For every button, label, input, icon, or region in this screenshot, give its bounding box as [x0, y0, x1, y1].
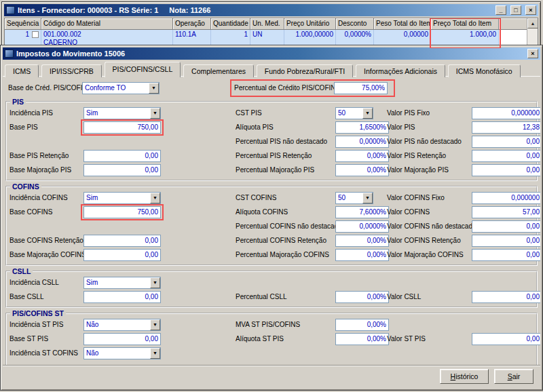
perc-pis-nd-input[interactable]: 0,0000%: [335, 136, 389, 148]
scroll-up-icon[interactable]: ▲: [527, 18, 538, 28]
valor-pis-maj-input[interactable]: 0,00: [472, 164, 540, 176]
dropdown-arrow-icon[interactable]: ▼: [149, 83, 159, 94]
base-pis-ret-label: Base PIS Retenção: [10, 152, 69, 159]
aliquota-cofins-input[interactable]: 7,6000%: [335, 206, 389, 218]
col-header-preco-total[interactable]: Preço Total do Item: [431, 18, 499, 30]
percentual-csll-input[interactable]: 0,00%: [335, 291, 389, 303]
col-header-quantidade[interactable]: Quantidade: [211, 18, 250, 30]
perc-cred-label: Percentual de Crédito PIS/COFINS: [234, 84, 340, 92]
valor-pis-fixo-input[interactable]: 0,000000: [472, 107, 540, 119]
dropdown-arrow-icon[interactable]: ▼: [150, 319, 160, 330]
incidencia-cofins-label: Incidência COFINS: [10, 194, 68, 201]
aliquota-pis-input[interactable]: 1,6500%: [335, 121, 389, 134]
valor-csll-label: Valor CSLL: [387, 293, 421, 300]
valor-cofins-ret-label: Valor COFINS Retenção: [387, 237, 461, 244]
dropdown-arrow-icon[interactable]: ▼: [362, 108, 373, 119]
incidencia-pis-value: Sim: [86, 108, 98, 119]
col-header-preco-unitario[interactable]: Preço Unitário: [284, 18, 336, 30]
valor-cofins-ret-input[interactable]: 0,00: [472, 235, 540, 247]
tab-fundo-pobreza-rural-fti[interactable]: Fundo Pobreza/Rural/FTI: [257, 64, 353, 77]
tab-pis-cofins-csll[interactable]: PIS/COFINS/CSLL: [105, 62, 181, 77]
base-st-pis-input[interactable]: 0,00: [83, 333, 161, 345]
base-cred-label: Base de Créd. PIS/COFINS: [8, 84, 92, 92]
tab-ipi-iss-cprb[interactable]: IPI/ISS/CPRB: [41, 64, 102, 77]
aliquota-st-pis-input[interactable]: 0,00%: [335, 333, 389, 345]
col-header-operacao[interactable]: Operação: [173, 18, 211, 30]
tab-icms[interactable]: ICMS: [5, 64, 39, 77]
dropdown-arrow-icon[interactable]: ▼: [150, 108, 160, 119]
perc-cofins-maj-input[interactable]: 0,00%: [335, 249, 389, 261]
incidencia-cofins-select[interactable]: Sim▼: [83, 192, 161, 204]
perc-cofins-maj-label: Percentual Majoração COFINS: [236, 251, 329, 258]
close-button[interactable]: ×: [525, 5, 536, 15]
perc-cofins-nd-input[interactable]: 0,0000%: [335, 220, 389, 233]
valor-cofins-maj-label: Valor Majoração COFINS: [387, 251, 464, 258]
col-header-desconto[interactable]: Desconto: [336, 18, 374, 30]
perc-pis-maj-label: Percentual Majoração PIS: [236, 166, 314, 174]
csll-group: CSLL Incidência CSLL Sim▼ Base CSLL 0,00…: [5, 267, 538, 308]
valor-pis-nd-input[interactable]: 0,00: [472, 136, 540, 148]
close-button[interactable]: ×: [527, 49, 538, 58]
dropdown-arrow-icon[interactable]: ▼: [150, 277, 160, 288]
perc-cred-input[interactable]: 75,00%: [334, 82, 388, 94]
col-header-sequencia[interactable]: Sequência: [5, 18, 41, 30]
col-header-peso-total[interactable]: Peso Total do Item: [374, 18, 431, 30]
perc-cofins-nd-label: Percentual COFINS não destacado: [236, 222, 342, 230]
valor-cofins-fixo-input[interactable]: 0,000000: [472, 192, 540, 204]
incidencia-csll-value: Sim: [86, 277, 98, 288]
valor-st-pis-input[interactable]: 0,00: [472, 333, 540, 345]
cst-cofins-select[interactable]: 50▼: [335, 192, 373, 204]
mva-st-input[interactable]: 0,00%: [335, 319, 389, 331]
incidencia-pis-select[interactable]: Sim▼: [83, 107, 161, 119]
row-checkbox[interactable]: [32, 31, 39, 38]
perc-pis-maj-input[interactable]: 0,00%: [335, 164, 389, 176]
base-st-pis-label: Base ST PIS: [10, 335, 48, 342]
grid-vertical-scrollbar[interactable]: ▲: [527, 18, 538, 48]
tax-window-title: Impostos do Movimento 15006: [16, 50, 523, 58]
historico-button[interactable]: Histórico: [440, 369, 489, 384]
incidencia-st-pis-select[interactable]: Não▼: [83, 319, 161, 331]
pis-group: PIS Incidência PIS Sim▼ CST PIS 50▼ Valo…: [5, 98, 538, 181]
base-pis-ret-input[interactable]: 0,00: [83, 150, 161, 162]
base-cofins-label: Base COFINS: [10, 208, 52, 216]
tab-complementares[interactable]: Complementares: [183, 64, 254, 77]
incidencia-st-cofins-select[interactable]: Não▼: [83, 347, 161, 359]
items-window-titlebar: Itens - Fornecedor: 000003 - RS Série: 1…: [4, 4, 538, 16]
tab-informacoes-adicionais[interactable]: Informações Adicionais: [356, 64, 445, 77]
items-window: Itens - Fornecedor: 000003 - RS Série: 1…: [1, 1, 541, 50]
incidencia-st-pis-value: Não: [86, 319, 98, 330]
perc-pis-ret-input[interactable]: 0,00%: [335, 150, 389, 162]
minimize-button[interactable]: _: [495, 5, 506, 15]
incidencia-st-pis-label: Incidência ST PIS: [10, 321, 63, 328]
base-cred-select[interactable]: Conforme TO▼: [82, 82, 160, 94]
maximize-button[interactable]: □: [510, 5, 521, 15]
valor-pis-ret-input[interactable]: 0,00: [472, 150, 540, 162]
dropdown-arrow-icon[interactable]: ▼: [150, 193, 160, 203]
tab-icms-monofasico[interactable]: ICMS Monofásico: [448, 64, 521, 77]
valor-cofins-nd-input[interactable]: 0,00: [472, 220, 540, 233]
valor-csll-input[interactable]: 0,00: [472, 291, 540, 303]
mva-st-label: MVA ST PIS/COFINS: [236, 321, 300, 328]
tax-tabstrip: ICMS IPI/ISS/CPRB PIS/COFINS/CSLL Comple…: [3, 60, 540, 76]
base-csll-input[interactable]: 0,00: [83, 291, 161, 303]
base-cofins-ret-input[interactable]: 0,00: [83, 235, 161, 247]
valor-cofins-input[interactable]: 57,00: [472, 206, 540, 218]
base-pis-maj-input[interactable]: 0,00: [83, 164, 161, 176]
dropdown-arrow-icon[interactable]: ▼: [150, 348, 160, 359]
valor-pis-input[interactable]: 12,38: [472, 121, 540, 134]
col-header-codigo-material[interactable]: Código do Material: [41, 18, 173, 30]
base-cofins-maj-input[interactable]: 0,00: [83, 249, 161, 261]
valor-pis-nd-label: Valor PIS não destacado: [387, 138, 462, 145]
base-pis-input[interactable]: 750,00: [83, 121, 161, 134]
valor-cofins-maj-input[interactable]: 0,00: [472, 249, 540, 261]
perc-cofins-ret-input[interactable]: 0,00%: [335, 235, 389, 247]
cst-pis-select[interactable]: 50▼: [335, 107, 373, 119]
col-header-un-med[interactable]: Un. Med.: [250, 18, 284, 30]
base-cofins-input[interactable]: 750,00: [83, 206, 161, 218]
dropdown-arrow-icon[interactable]: ▼: [362, 193, 373, 203]
sair-button[interactable]: Sair: [494, 369, 533, 384]
incidencia-csll-select[interactable]: Sim▼: [83, 277, 161, 289]
items-window-title-text: Itens - Fornecedor: 000003 - RS Série: 1: [18, 6, 158, 14]
csll-group-legend: CSLL: [10, 267, 33, 275]
base-csll-label: Base CSLL: [10, 293, 44, 300]
